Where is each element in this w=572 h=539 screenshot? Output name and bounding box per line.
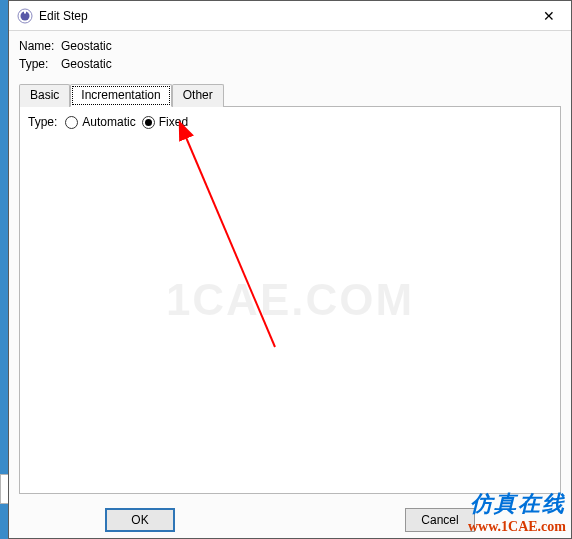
tab-panel-incrementation: Type: Automatic Fixed 1CAE.COM: [19, 107, 561, 494]
close-icon: ✕: [543, 8, 555, 24]
annotation-arrow: [165, 117, 295, 377]
titlebar: Edit Step ✕: [9, 1, 571, 31]
close-button[interactable]: ✕: [526, 1, 571, 30]
incrementation-type-row: Type: Automatic Fixed: [28, 115, 552, 129]
svg-rect-2: [24, 10, 26, 13]
cancel-button[interactable]: Cancel: [405, 508, 475, 532]
radio-automatic[interactable]: Automatic: [65, 115, 135, 129]
radio-fixed[interactable]: Fixed: [142, 115, 188, 129]
incrementation-type-label: Type:: [28, 115, 57, 129]
radio-icon: [142, 116, 155, 129]
svg-line-3: [185, 135, 275, 347]
name-label: Name:: [19, 39, 61, 53]
tab-other[interactable]: Other: [172, 84, 224, 107]
name-row: Name: Geostatic: [19, 39, 561, 53]
tab-basic[interactable]: Basic: [19, 84, 70, 107]
window-title: Edit Step: [39, 9, 526, 23]
ok-button[interactable]: OK: [105, 508, 175, 532]
tabs: Basic Incrementation Other: [19, 83, 561, 107]
dialog-body: Name: Geostatic Type: Geostatic Basic In…: [9, 31, 571, 502]
app-icon: [17, 8, 33, 24]
radio-icon: [65, 116, 78, 129]
edit-step-dialog: Edit Step ✕ Name: Geostatic Type: Geosta…: [8, 0, 572, 539]
type-row: Type: Geostatic: [19, 57, 561, 71]
name-value: Geostatic: [61, 39, 112, 53]
tab-incrementation[interactable]: Incrementation: [70, 84, 171, 107]
radio-fixed-label: Fixed: [159, 115, 188, 129]
type-value: Geostatic: [61, 57, 112, 71]
type-label: Type:: [19, 57, 61, 71]
window-left-border: [0, 0, 8, 539]
watermark-center: 1CAE.COM: [166, 275, 414, 325]
dialog-footer: OK Cancel: [9, 502, 571, 538]
radio-automatic-label: Automatic: [82, 115, 135, 129]
